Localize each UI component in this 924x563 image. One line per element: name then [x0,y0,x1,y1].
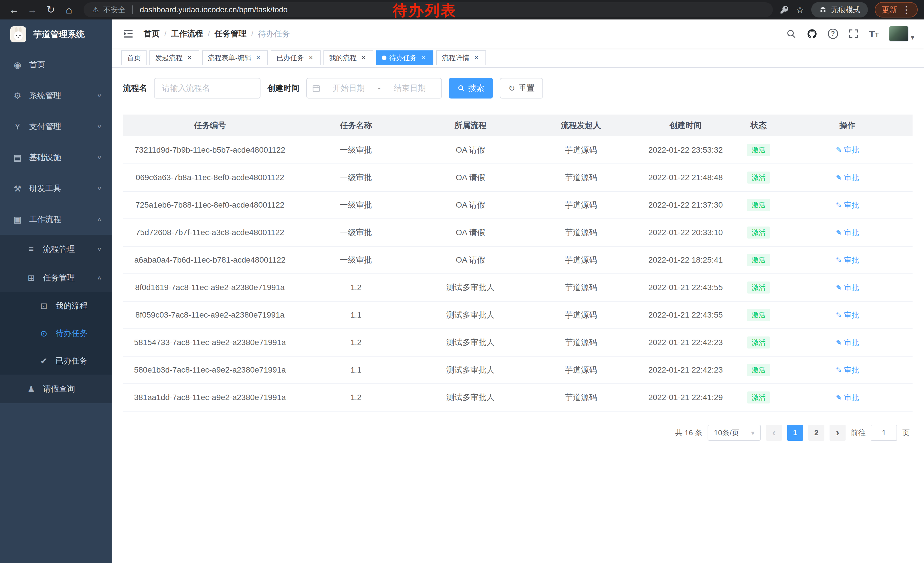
browser-forward-icon[interactable] [25,2,40,18]
process-name-input[interactable] [154,78,261,99]
github-icon[interactable] [807,29,818,39]
user-avatar-menu[interactable] [889,26,914,42]
sidebar-item[interactable]: ♟ 请假查询 [0,375,112,403]
approve-label: 审批 [844,338,859,348]
approve-button[interactable]: 审批 [836,283,859,293]
cell-initiator: 芋道源码 [526,246,636,274]
sidebar-item[interactable]: ¥ 支付管理 [0,111,112,142]
browser-home-icon[interactable] [61,2,77,18]
tab-close-icon[interactable] [360,54,368,62]
view-tab[interactable]: 待办任务 [376,50,434,65]
approve-button[interactable]: 审批 [836,393,859,402]
sidebar-item[interactable]: ⊡ 我的流程 [0,292,112,320]
cell-task-id: 75d72608-7b7f-11ec-a3c8-acde48001122 [123,219,297,246]
approve-button[interactable]: 审批 [836,200,859,210]
refresh-icon [508,84,515,93]
tab-close-icon[interactable] [254,54,262,62]
process-name-label: 流程名 [123,83,147,94]
approve-button[interactable]: 审批 [836,365,859,375]
sidebar-item[interactable]: ◉ 首页 [0,49,112,80]
approve-button[interactable]: 审批 [836,310,859,320]
search-icon[interactable] [786,29,796,39]
view-tab[interactable]: 首页 [122,50,147,65]
sidebar-item[interactable]: ≡ 流程管理 [0,235,112,263]
approve-button[interactable]: 审批 [836,145,859,155]
page-number-button[interactable]: 2 [808,425,824,441]
approve-button[interactable]: 审批 [836,228,859,238]
edit-icon [836,338,842,347]
view-tab[interactable]: 发起流程 [149,50,199,65]
tab-close-icon[interactable] [420,54,428,62]
font-size-icon[interactable] [869,29,879,39]
cell-process: 测试多审批人 [415,356,525,384]
sidebar-item[interactable]: ▤ 基础设施 [0,142,112,173]
browser-back-icon[interactable] [6,2,22,18]
prev-page-button[interactable] [766,425,782,441]
password-key-icon[interactable] [780,5,789,14]
sidebar-item[interactable]: ✔ 已办任务 [0,347,112,375]
start-date-input[interactable] [322,84,375,93]
reset-button[interactable]: 重置 [500,78,543,99]
breadcrumb-label[interactable]: 任务管理 [214,29,247,39]
approve-button[interactable]: 审批 [836,338,859,348]
sidebar-item-label: 研发工具 [29,183,61,194]
create-time-range-picker[interactable]: - [306,78,442,99]
table-row: 069c6a63-7b8a-11ec-8ef0-acde48001122 一级审… [123,164,912,191]
breadcrumb-label[interactable]: 待办任务 [258,29,290,39]
page-number-button[interactable]: 1 [787,425,803,441]
status-badge: 激活 [747,336,770,348]
app-logo-row[interactable]: 芋道管理系统 [0,20,112,49]
view-tab[interactable]: 流程详情 [436,50,486,65]
browser-update-button[interactable]: 更新 [875,2,918,18]
breadcrumb-item: 待办任务 / [258,29,290,39]
breadcrumb-separator: / [208,29,210,38]
main-area: 首页 / 工作流程 / 任务管理 / 待办任务 [112,20,924,563]
chevron-down-icon [751,428,754,437]
search-button[interactable]: 搜索 [449,78,493,99]
view-tab[interactable]: 已办任务 [271,50,321,65]
breadcrumb-label[interactable]: 工作流程 [171,29,203,39]
fullscreen-icon[interactable] [848,29,859,39]
cell-initiator: 芋道源码 [526,329,636,356]
cell-initiator: 芋道源码 [526,191,636,219]
approve-label: 审批 [844,283,859,293]
sidebar-item-label: 请假查询 [43,383,75,394]
sidebar-item[interactable]: ⚒ 研发工具 [0,173,112,204]
view-tab[interactable]: 我的流程 [324,50,373,65]
sidebar-item[interactable]: ⊞ 任务管理 [0,263,112,292]
tab-close-icon[interactable] [307,54,315,62]
approve-button[interactable]: 审批 [836,255,859,265]
cell-task-id: 58154733-7ac8-11ec-a9e2-a2380e71991a [123,329,297,356]
sidebar-item[interactable]: ⊙ 待办任务 [0,320,112,347]
sidebar-item[interactable]: ▣ 工作流程 [0,204,112,235]
chevron-icon [97,186,102,192]
annotation-todo-list: 待办列表 [393,1,457,21]
chevron-down-icon [911,33,914,42]
breadcrumb-separator: / [251,29,254,38]
goto-page-input[interactable] [871,425,897,441]
view-tab[interactable]: 流程表单-编辑 [202,50,268,65]
browser-reload-icon[interactable] [43,2,58,18]
cell-created-at: 2022-01-21 22:43:55 [636,301,735,329]
cell-task-name: 一级审批 [297,246,416,274]
bookmark-star-icon[interactable] [796,4,804,15]
sidebar-item[interactable]: ⚙ 系统管理 [0,80,112,111]
sidebar-item-label: 工作流程 [29,214,61,225]
tab-close-icon[interactable] [186,54,194,62]
tab-close-icon[interactable] [472,54,480,62]
sidebar-fold-icon[interactable] [122,27,135,41]
tab-label: 流程表单-编辑 [208,53,251,62]
cell-task-id: 8f0d1619-7ac8-11ec-a9e2-a2380e71991a [123,274,297,301]
breadcrumb-label[interactable]: 首页 [144,29,160,39]
total-count-label: 共 16 条 [675,428,702,438]
cell-process: 测试多审批人 [415,329,525,356]
app-title: 芋道管理系统 [33,29,85,41]
end-date-input[interactable] [384,84,436,93]
menu-dots-icon[interactable] [902,4,911,15]
help-icon[interactable] [828,29,838,39]
approve-button[interactable]: 审批 [836,173,859,183]
page-size-select[interactable]: 10条/页 [708,425,761,441]
cell-task-id: a6aba0a4-7b6d-11ec-b781-acde48001122 [123,246,297,274]
next-page-button[interactable] [830,425,846,441]
cell-task-name: 一级审批 [297,219,416,246]
